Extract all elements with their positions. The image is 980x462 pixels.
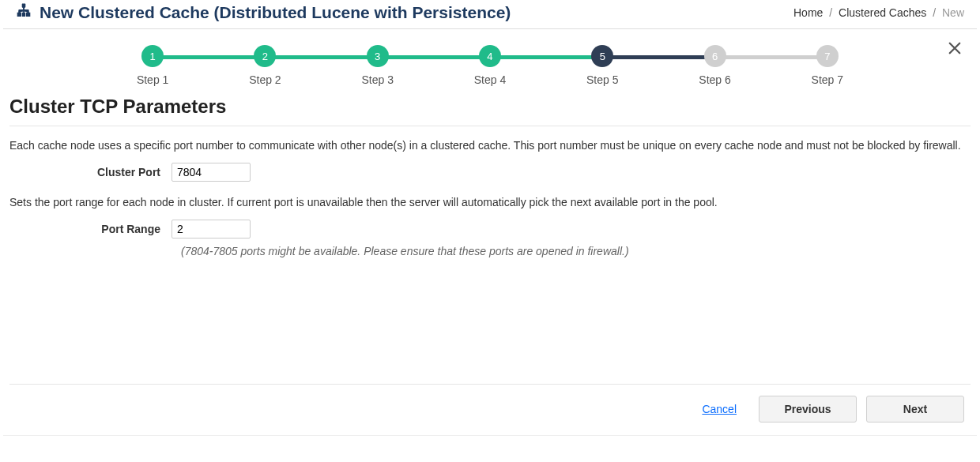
previous-button[interactable]: Previous: [759, 396, 857, 423]
breadcrumb-current: New: [942, 6, 964, 19]
cluster-port-label: Cluster Port: [9, 166, 172, 178]
step-label: Step 5: [546, 73, 658, 86]
cluster-port-row: Cluster Port: [9, 163, 971, 182]
step-label: Step 6: [658, 73, 771, 86]
breadcrumb: Home / Clustered Caches / New: [793, 6, 964, 19]
breadcrumb-clustered-caches[interactable]: Clustered Caches: [839, 6, 926, 19]
wizard-step-4[interactable]: 4Step 4: [434, 45, 546, 86]
step-label: Step 7: [771, 73, 884, 86]
step-circle: 3: [367, 45, 389, 67]
port-range-hint: (7804-7805 ports might be available. Ple…: [181, 245, 971, 257]
port-range-row: Port Range: [9, 220, 971, 239]
step-circle: 4: [479, 45, 501, 67]
sitemap-icon: [16, 3, 32, 22]
step-label: Step 3: [322, 73, 434, 86]
step-label: Step 4: [434, 73, 546, 86]
wizard-panel: 1Step 12Step 23Step 34Step 45Step 56Step…: [3, 28, 977, 436]
section-title: Cluster TCP Parameters: [9, 96, 971, 118]
port-range-label: Port Range: [9, 223, 172, 235]
port-range-description: Sets the port range for each node in clu…: [9, 196, 971, 208]
cluster-port-description: Each cache node uses a specific port num…: [9, 139, 971, 152]
wizard-step-2[interactable]: 2Step 2: [209, 45, 321, 86]
wizard-step-5[interactable]: 5Step 5: [546, 45, 658, 86]
cancel-button[interactable]: Cancel: [702, 403, 737, 415]
svg-rect-2: [22, 13, 25, 17]
close-icon[interactable]: [947, 40, 963, 59]
svg-rect-3: [27, 13, 30, 17]
port-range-input[interactable]: [172, 220, 251, 239]
next-button[interactable]: Next: [866, 396, 964, 423]
divider: [9, 126, 971, 126]
svg-rect-1: [17, 13, 21, 17]
wizard-footer: Cancel Previous Next: [9, 384, 971, 426]
page-header: New Clustered Cache (Distributed Lucene …: [0, 0, 980, 28]
step-circle: 2: [254, 45, 276, 67]
step-circle: 6: [704, 45, 726, 67]
wizard-step-3[interactable]: 3Step 3: [322, 45, 434, 86]
breadcrumb-home[interactable]: Home: [793, 6, 823, 19]
page-title: New Clustered Cache (Distributed Lucene …: [40, 3, 511, 22]
wizard-step-1[interactable]: 1Step 1: [96, 45, 209, 86]
step-circle: 1: [141, 45, 164, 67]
step-circle: 7: [816, 45, 839, 67]
step-label: Step 2: [209, 73, 321, 86]
wizard-step-6[interactable]: 6Step 6: [658, 45, 771, 86]
step-label: Step 1: [96, 73, 209, 86]
step-circle: 5: [591, 45, 613, 67]
svg-rect-0: [22, 4, 26, 7]
wizard-step-7[interactable]: 7Step 7: [771, 45, 884, 86]
cluster-port-input[interactable]: [172, 163, 251, 182]
wizard-stepper: 1Step 12Step 23Step 34Step 45Step 56Step…: [96, 45, 884, 86]
